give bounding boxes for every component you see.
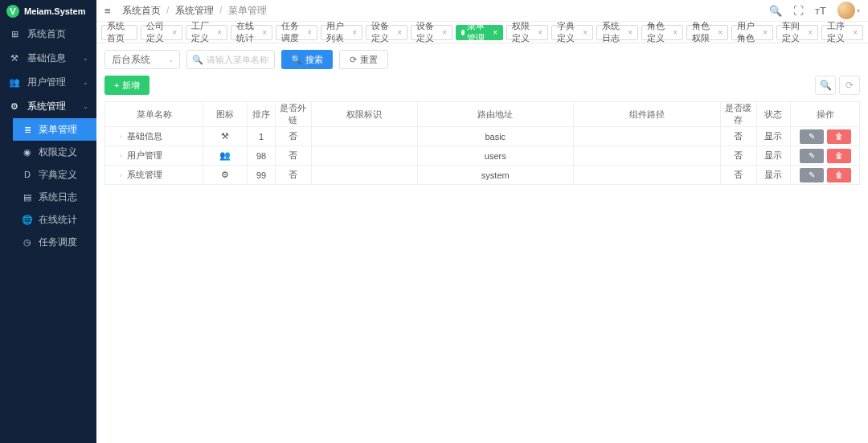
close-icon[interactable]: × <box>493 28 497 37</box>
tab-用户角色[interactable]: 用户角色× <box>731 25 773 40</box>
th-comp: 组件路径 <box>573 102 720 127</box>
th-op: 操作 <box>791 102 860 127</box>
close-icon[interactable]: × <box>628 28 633 37</box>
breadcrumb-parent[interactable]: 系统管理 <box>175 5 214 16</box>
cell-name[interactable]: ›用户管理 <box>105 146 203 166</box>
tab-任务调度[interactable]: 任务调度× <box>276 25 317 40</box>
tab-角色定义[interactable]: 角色定义× <box>641 25 683 40</box>
close-icon[interactable]: × <box>262 28 267 37</box>
hamburger-icon[interactable]: ≡ <box>104 5 111 17</box>
sidebar-icon: ⊞ <box>8 29 21 39</box>
th-cache: 是否缓存 <box>720 102 756 127</box>
font-size-icon[interactable]: тT <box>815 5 826 17</box>
table-search-icon[interactable]: 🔍 <box>815 76 836 95</box>
sidebar-subitem-权限定义[interactable]: ◉权限定义 <box>13 141 96 163</box>
close-icon[interactable]: × <box>352 28 357 37</box>
tab-系统日志[interactable]: 系统日志× <box>596 25 638 40</box>
sidebar-item-系统管理[interactable]: ⚙系统管理⌄ <box>0 94 96 118</box>
table-row: ›系统管理⚙99否system否显示✎🗑 <box>105 166 860 185</box>
avatar-image <box>837 2 855 19</box>
cell-op: ✎🗑 <box>791 166 860 185</box>
close-icon[interactable]: × <box>583 28 588 37</box>
cell-name[interactable]: ›基础信息 <box>105 127 203 146</box>
tab-label: 系统日志 <box>602 20 624 44</box>
tab-权限定义[interactable]: 权限定义× <box>506 25 548 40</box>
close-icon[interactable]: × <box>442 28 447 37</box>
sidebar-subitem-系统日志[interactable]: ▤系统日志 <box>13 186 96 208</box>
reset-button[interactable]: ⟳ 重置 <box>339 50 388 69</box>
search-icon: 🔍 <box>291 55 302 65</box>
chevron-right-icon[interactable]: › <box>120 133 122 141</box>
close-icon[interactable]: × <box>172 28 177 37</box>
sidebar-item-label: 基础信息 <box>27 51 83 65</box>
menu-search-input[interactable]: 🔍 <box>186 50 275 69</box>
close-icon[interactable]: × <box>217 28 222 37</box>
sidebar-item-用户管理[interactable]: 👥用户管理⌄ <box>0 70 96 94</box>
close-icon[interactable]: × <box>808 28 813 37</box>
tab-公司定义[interactable]: 公司定义× <box>141 25 182 40</box>
tab-label: 车间定义 <box>782 20 805 44</box>
tab-在线统计[interactable]: 在线统计× <box>231 25 272 40</box>
sidebar-subitem-字典定义[interactable]: D字典定义 <box>13 163 96 186</box>
close-icon[interactable]: × <box>673 28 678 37</box>
add-button[interactable]: + 新增 <box>104 76 149 95</box>
tab-设备定义[interactable]: 设备定义× <box>366 25 407 40</box>
cell-icon: ⚙ <box>203 166 248 185</box>
tab-设备定义[interactable]: 设备定义× <box>411 25 452 40</box>
close-icon[interactable]: × <box>718 28 723 37</box>
delete-button[interactable]: 🗑 <box>827 168 851 183</box>
table-refresh-icon[interactable]: ⟳ <box>839 76 860 95</box>
tab-label: 用户角色 <box>737 20 760 44</box>
sidebar-item-基础信息[interactable]: ⚒基础信息⌄ <box>0 46 96 70</box>
close-icon[interactable]: × <box>853 28 858 37</box>
brand-logo[interactable]: V Meiam.System <box>0 0 96 22</box>
sidebar-subitem-在线统计[interactable]: 🌐在线统计 <box>13 208 96 231</box>
tab-用户列表[interactable]: 用户列表× <box>321 25 362 40</box>
search-icon[interactable]: 🔍 <box>769 5 782 17</box>
breadcrumb-home[interactable]: 系统首页 <box>122 5 161 16</box>
tab-角色权限[interactable]: 角色权限× <box>686 25 728 40</box>
search-button[interactable]: 🔍 搜索 <box>281 50 333 69</box>
sidebar-subitem-任务调度[interactable]: ◷任务调度 <box>13 231 96 253</box>
fullscreen-icon[interactable]: ⛶ <box>793 5 804 17</box>
cell-cache: 否 <box>720 166 756 185</box>
tab-label: 任务调度 <box>281 20 304 44</box>
tab-label: 在线统计 <box>236 20 259 44</box>
close-icon[interactable]: × <box>397 28 402 37</box>
sidebar-sub-icon: ≣ <box>21 125 34 135</box>
tab-车间定义[interactable]: 车间定义× <box>776 25 818 40</box>
tab-label: 设备定义 <box>416 20 439 44</box>
table-row: ›用户管理👥98否users否显示✎🗑 <box>105 146 860 166</box>
edit-button[interactable]: ✎ <box>800 168 824 183</box>
cell-cache: 否 <box>720 127 756 146</box>
cell-status: 显示 <box>756 127 791 146</box>
close-icon[interactable]: × <box>538 28 542 37</box>
tab-菜单管理[interactable]: 菜单管理× <box>456 25 503 40</box>
chevron-right-icon[interactable]: › <box>120 171 122 179</box>
cell-cache: 否 <box>720 146 756 166</box>
close-icon[interactable]: × <box>763 28 768 37</box>
tab-字典定义[interactable]: 字典定义× <box>551 25 593 40</box>
menu-search-field[interactable] <box>207 55 269 64</box>
cell-name[interactable]: ›系统管理 <box>105 166 203 185</box>
chevron-down-icon: ⌄ <box>83 55 88 62</box>
sidebar-subitem-菜单管理[interactable]: ≣菜单管理 <box>13 118 96 141</box>
system-select[interactable]: 后台系统 ⌄ <box>104 50 180 69</box>
cell-sort: 98 <box>248 146 276 166</box>
cell-op: ✎🗑 <box>791 146 860 166</box>
edit-button[interactable]: ✎ <box>800 149 824 163</box>
brand-badge: V <box>6 5 19 18</box>
tab-系统首页[interactable]: 系统首页 <box>101 25 137 40</box>
tab-工厂定义[interactable]: 工厂定义× <box>186 25 227 40</box>
tab-工序定义[interactable]: 工序定义× <box>821 25 863 40</box>
delete-button[interactable]: 🗑 <box>827 129 851 144</box>
sidebar-sub-icon: D <box>21 170 34 179</box>
chevron-down-icon: ⌄ <box>168 55 174 64</box>
edit-button[interactable]: ✎ <box>800 129 824 144</box>
chevron-down-icon: ⌄ <box>83 79 88 86</box>
delete-button[interactable]: 🗑 <box>827 149 851 163</box>
chevron-right-icon[interactable]: › <box>120 152 122 160</box>
close-icon[interactable]: × <box>307 28 312 37</box>
user-avatar[interactable]: ▾ <box>837 2 860 19</box>
sidebar-item-系统首页[interactable]: ⊞系统首页 <box>0 22 96 46</box>
